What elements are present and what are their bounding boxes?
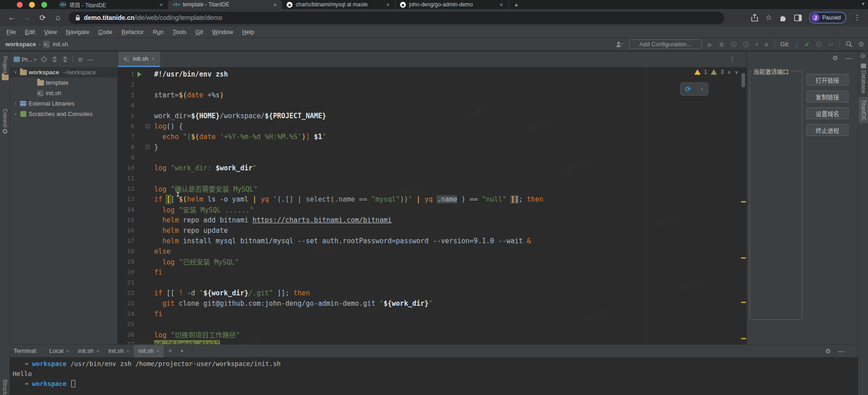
forward-icon[interactable]: → (20, 13, 34, 22)
tree-item-external-libraries[interactable]: ›External Libraries (10, 98, 117, 109)
tab-search-chevron-icon[interactable]: ▾ (862, 1, 864, 7)
minimize-window-button[interactable] (29, 2, 35, 8)
menu-item-navigate[interactable]: Navigate (61, 29, 93, 35)
menu-item-file[interactable]: File (2, 29, 20, 35)
address-bar[interactable]: demo.titanide.cn/ide/web/coding/template… (69, 12, 724, 24)
zoom-window-button[interactable] (41, 2, 47, 8)
terminal-output[interactable]: ➜ workspace /usr/bin/env zsh /home/proje… (10, 357, 858, 395)
close-tab-icon[interactable]: × (156, 348, 159, 354)
home-icon[interactable]: ⌂ (51, 13, 65, 22)
close-tab-icon[interactable]: × (272, 1, 278, 8)
tool-stripe-titanide[interactable]: TitanIDE (858, 97, 868, 123)
tree-chevron-icon[interactable]: › (12, 101, 19, 106)
collapse-all-icon[interactable] (62, 56, 68, 63)
port-button-打开链接[interactable]: 打开链接 (806, 74, 848, 86)
tree-item-workspace[interactable]: ˅workspace~/workspace (10, 67, 117, 77)
browser-tab[interactable]: john-deng/go-admin-demo× (395, 0, 509, 9)
menu-item-code[interactable]: Code (94, 29, 117, 35)
port-button-复制链接[interactable]: 复制链接 (806, 91, 848, 102)
run-icon[interactable]: ▶ (708, 41, 713, 48)
share-icon[interactable] (751, 14, 758, 22)
editor-options-kebab-icon[interactable]: ⋮ (729, 55, 736, 63)
close-tab-icon[interactable]: × (66, 348, 69, 354)
port-button-设置域名[interactable]: 设置域名 (806, 107, 848, 119)
more-run-actions-icon[interactable]: ▾ (755, 41, 758, 48)
git-history-icon[interactable] (816, 41, 822, 48)
panel-settings-gear-icon[interactable]: ⚙ (832, 54, 838, 62)
port-button-终止进程[interactable]: 终止进程 (806, 124, 848, 136)
titanide-panel-header: ⚙ — (832, 54, 852, 62)
tool-stripe-commit[interactable]: Commit (0, 109, 10, 134)
tool-stripe-structure[interactable]: Structure (0, 379, 10, 395)
git-update-icon[interactable]: ↓ (795, 41, 799, 48)
menu-item-git[interactable]: Git (191, 29, 208, 35)
browser-menu-icon[interactable]: ⋮ (853, 14, 861, 21)
browser-tab[interactable]: <t>template - TitanIDE× (169, 0, 282, 9)
browser-tab[interactable]: <t>项目 - TitanIDE× (55, 0, 169, 9)
terminal-tab[interactable]: init.sh× (104, 345, 134, 357)
tree-item-template[interactable]: template (10, 77, 117, 88)
stop-icon[interactable]: ■ (764, 41, 768, 48)
back-icon[interactable]: ← (5, 13, 19, 22)
hide-panel-icon[interactable]: — (88, 56, 93, 63)
terminal-sessions-chevron-icon[interactable]: ▾ (176, 348, 188, 353)
tool-stripe-project[interactable]: Project (0, 56, 10, 80)
fold-icon[interactable]: - (146, 145, 150, 149)
close-tab-icon[interactable]: × (498, 1, 504, 8)
code-area[interactable]: 1 3 ∧ ∨ ⟳ × (118, 67, 746, 344)
fold-icon[interactable]: - (146, 124, 150, 128)
terminal-settings-gear-icon[interactable]: ⚙ (825, 347, 831, 355)
tree-item-scratches-and-consoles[interactable]: ›Scratches and Consoles (10, 109, 117, 119)
add-configuration-button[interactable]: Add Configuration... (629, 39, 702, 49)
side-panel-icon[interactable] (794, 14, 802, 21)
menu-item-edit[interactable]: Edit (20, 29, 39, 35)
menu-item-help[interactable]: Help (238, 29, 259, 35)
github-favicon-icon (400, 2, 406, 8)
project-settings-gear-icon[interactable]: ⚙ (78, 56, 83, 63)
editor-tab-init-sh[interactable]: >_ init.sh × (118, 52, 160, 67)
breadcrumb-project[interactable]: workspace (5, 41, 36, 48)
git-commit-check-icon[interactable]: ✓ (805, 41, 810, 48)
new-terminal-session-icon[interactable]: + (164, 347, 176, 354)
menu-item-tools[interactable]: Tools (168, 29, 191, 35)
terminal-tab[interactable]: init.sh× (73, 345, 103, 357)
hide-panel-icon[interactable]: — (845, 54, 852, 62)
token: " (253, 164, 257, 172)
close-tab-icon[interactable]: × (158, 1, 164, 8)
close-window-button[interactable] (17, 2, 23, 8)
profiler-clock-icon[interactable] (743, 41, 749, 48)
expand-all-icon[interactable] (52, 56, 58, 63)
locate-file-icon[interactable] (41, 56, 47, 63)
debug-bug-icon[interactable] (718, 41, 725, 48)
close-tab-icon[interactable]: × (385, 1, 390, 8)
coverage-icon[interactable] (731, 41, 737, 48)
close-tab-icon[interactable]: × (96, 348, 99, 354)
run-line-icon[interactable] (137, 72, 141, 77)
hide-terminal-icon[interactable]: — (838, 347, 844, 355)
close-tab-icon[interactable]: × (127, 348, 129, 354)
menu-item-run[interactable]: Run (148, 29, 168, 35)
user-icon[interactable] (616, 41, 623, 48)
git-rollback-icon[interactable]: ↩ (828, 41, 834, 48)
close-tab-icon[interactable]: × (151, 56, 155, 62)
terminal-tab[interactable]: Local× (45, 345, 74, 357)
tree-chevron-icon[interactable]: ˅ (12, 70, 19, 75)
tree-item-init-sh[interactable]: >_init.sh (10, 88, 117, 98)
search-everywhere-icon[interactable] (846, 41, 853, 48)
browser-tab[interactable]: charts/bitnami/mysql at maste× (282, 0, 395, 9)
new-tab-button[interactable]: + (509, 0, 524, 9)
bookmark-star-icon[interactable]: ☆ (766, 14, 772, 21)
menu-item-window[interactable]: Window (208, 29, 238, 35)
extensions-puzzle-icon[interactable] (779, 14, 787, 22)
profile-badge[interactable]: J Paused (809, 12, 846, 24)
breadcrumb-file[interactable]: init.sh (53, 41, 68, 48)
reload-icon[interactable]: ⟳ (35, 13, 50, 23)
settings-gear-icon[interactable]: ⚙ (858, 41, 864, 48)
project-view-selector[interactable]: Pr... ▾ (14, 56, 36, 63)
stripe-settings-gear-icon[interactable]: ⚙ (860, 53, 866, 59)
menu-item-view[interactable]: View (39, 29, 61, 35)
menu-item-refactor[interactable]: Refactor (117, 29, 148, 35)
tool-stripe-database[interactable]: Database (858, 63, 868, 93)
terminal-tab[interactable]: init.sh× (134, 345, 164, 357)
tree-chevron-icon[interactable]: › (12, 111, 19, 116)
